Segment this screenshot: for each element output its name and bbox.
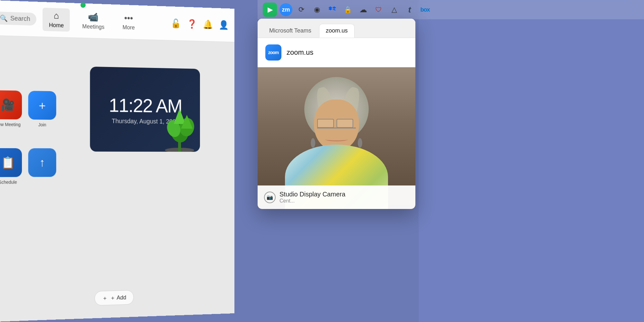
nav-home[interactable]: ⌂ Home [43,8,70,32]
cloud-glyph: ☁ [359,5,367,14]
zoom-menubar-icon[interactable]: ▶ [263,3,277,17]
bell-icon[interactable]: 🔔 [203,19,213,30]
camera-icon-glyph: 📷 [267,194,273,200]
schedule-label: Schedule [0,180,17,185]
nav-more[interactable]: ••• More [117,10,141,34]
camera-info: Studio Display Camera Cent... [279,191,346,204]
search-icon: 🔍 [0,14,8,22]
share-icon[interactable]: ↑ [28,148,56,177]
box-glyph: box [420,6,430,13]
clock-widget: 11:22 AM Thursday, August 1, 2024 [90,67,200,152]
vpn-icon[interactable]: 🔒 [341,3,354,16]
more-icon: ••• [124,13,133,23]
schedule-icon-glyph: 📋 [1,156,15,169]
zoom-app-window: 🔍 Search ⌂ Home 📹 Meetings ••• More 🔓 ❓ … [0,0,234,322]
sync-icon[interactable]: ⟳ [295,3,308,16]
svg-marker-5 [174,109,185,124]
share-icon-glyph: ↑ [40,156,45,169]
app-icons-container: 🎥 New Meeting ＋ Join 📋 Schedule ↑ [0,90,56,177]
camera-label-bar: 📷 Studio Display Camera Cent... [258,185,415,209]
browser-tabs-container: Microsoft Teams zoom.us [258,19,415,38]
help-icon[interactable]: ❓ [187,19,197,29]
camera-settings-icon[interactable]: 📷 [264,192,276,203]
delta-icon[interactable]: △ [388,3,401,16]
earring-left [311,138,315,148]
tumblr-icon[interactable]: t [403,3,416,16]
avatar-icon[interactable]: 👤 [219,20,229,30]
dropbox-icon[interactable] [326,3,339,16]
zm-circle-icon[interactable]: zm [279,3,292,16]
malware-glyph: 🛡 [375,6,382,14]
nav-meetings[interactable]: 📹 Meetings [76,9,110,33]
add-icon: ＋ [102,294,108,302]
macos-menubar: ▶ zm ⟳ ◉ 🔒 ☁ 🛡 △ t box [258,0,644,19]
camera-device-name: Studio Display Camera [279,191,346,198]
tumblr-glyph: t [408,5,411,15]
add-label: ＋ Add [110,294,127,302]
earring-right [358,138,362,148]
app-icons-row-1: 🎥 New Meeting ＋ Join [0,90,56,120]
smile-shape [325,137,348,141]
delta-glyph: △ [392,5,397,14]
cloud-icon[interactable]: ☁ [357,3,370,16]
site-favicon: zoom [265,44,281,61]
new-meeting-label: New Meeting [0,122,21,127]
green-status-dot [80,3,86,8]
schedule-icon[interactable]: 📋 Schedule [0,148,22,177]
box-icon[interactable]: box [419,3,431,16]
meetings-label: Meetings [82,23,104,31]
tab-zoom-us[interactable]: zoom.us [319,24,355,38]
join-icon[interactable]: ＋ Join [28,91,56,120]
wifi-glyph: ◉ [314,5,320,14]
favicon-text: zoom [268,50,279,55]
glasses-shape [317,119,356,128]
home-icon: ⌂ [54,11,59,21]
vpn-glyph: 🔒 [344,6,352,14]
search-button[interactable]: 🔍 Search [0,11,36,25]
sync-glyph: ⟳ [298,5,304,14]
camera-sub-text: Cent... [279,198,346,204]
zoom-video-icon: ▶ [268,6,272,14]
wifi-type-icon[interactable]: ◉ [310,3,323,16]
search-label: Search [10,14,30,23]
dropbox-glyph [328,6,336,14]
face-shape [314,99,359,151]
topbar-right-icons: 🔓 ❓ 🔔 👤 [171,18,229,30]
meetings-icon: 📹 [88,12,99,22]
home-label: Home [49,22,64,29]
plus-icon: ＋ [37,98,48,113]
join-label: Join [38,122,46,127]
zm-label: zm [282,6,290,13]
add-button[interactable]: ＋ ＋ Add [95,290,134,306]
site-header: zoom zoom.us [258,38,415,67]
more-label: More [122,24,135,31]
zoom-navbar: 🔍 Search ⌂ Home 📹 Meetings ••• More 🔓 ❓ … [0,0,234,42]
malware-icon[interactable]: 🛡 [372,3,385,16]
app-icons-row-2: 📋 Schedule ↑ [0,148,56,177]
camera-icon: 🎥 [1,98,15,112]
lock-icon[interactable]: 🔓 [171,18,181,29]
browser-dropdown: Microsoft Teams zoom.us zoom zoom.us [258,19,415,209]
site-name: zoom.us [287,48,313,57]
tab-microsoft-teams[interactable]: Microsoft Teams [263,24,318,38]
new-meeting-icon[interactable]: 🎥 New Meeting [0,90,22,119]
right-background [419,0,644,322]
plant-decoration [162,105,197,152]
